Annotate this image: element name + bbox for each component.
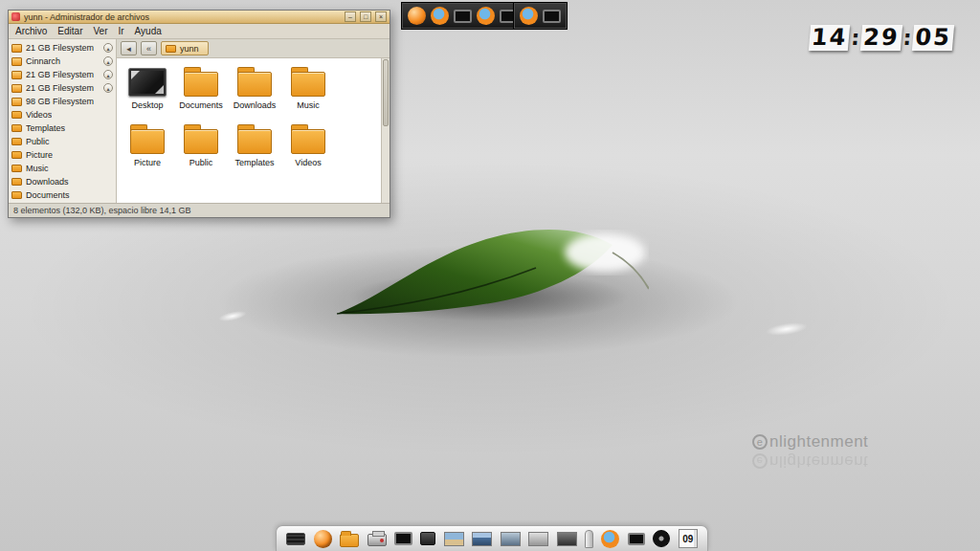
sidebar-item-music[interactable]: Music: [9, 162, 116, 175]
keyboard-icon[interactable]: [286, 533, 305, 545]
statue-icon[interactable]: [585, 530, 593, 548]
sidebar-item-label: 21 GB Filesystem: [26, 70, 94, 79]
collapse-path-button[interactable]: «: [141, 41, 157, 55]
folder-icon: [11, 178, 22, 186]
bottom-dock: 09: [276, 525, 708, 551]
firefox-ball-icon[interactable]: [408, 7, 426, 25]
enlightenment-logo-icon: e: [752, 453, 768, 469]
file-item-videos[interactable]: Videos: [281, 123, 335, 167]
sidebar-item-label: Picture: [26, 150, 53, 160]
menu-ver[interactable]: Ver: [93, 26, 107, 36]
file-item-templates[interactable]: Templates: [228, 123, 281, 167]
path-label: yunn: [180, 44, 199, 54]
sidebar-item-public[interactable]: Public: [9, 135, 116, 148]
file-label: Public: [189, 158, 213, 167]
sidebar-item-label: Documents: [26, 190, 70, 200]
monitor-icon[interactable]: [394, 532, 412, 545]
sidebar-item-templates[interactable]: Templates: [9, 121, 116, 135]
back-button[interactable]: ◂: [121, 41, 137, 55]
menubar: Archivo Editar Ver Ir Ayuda: [9, 24, 390, 39]
sidebar-item-filesystem[interactable]: 98 GB Filesystem: [9, 95, 116, 108]
file-item-picture[interactable]: Picture: [121, 123, 174, 167]
firefox-ball-icon[interactable]: [314, 530, 332, 548]
firefox-icon[interactable]: [431, 7, 449, 25]
clock-minutes: 29: [860, 25, 902, 51]
file-item-documents[interactable]: Documents: [174, 66, 228, 110]
sidebar-item-filesystem[interactable]: 21 GB Filesystem ▴: [9, 68, 116, 81]
monitor-icon[interactable]: [543, 10, 561, 23]
firefox-icon[interactable]: [520, 7, 538, 25]
drive-icon: [11, 84, 22, 93]
vinyl-record-icon[interactable]: [653, 530, 670, 547]
file-label: Picture: [134, 158, 161, 167]
ibox-pager-1: [401, 2, 524, 30]
file-label: Desktop: [131, 100, 163, 110]
feather-image: [333, 220, 649, 324]
file-item-public[interactable]: Public: [174, 123, 228, 167]
menu-ir[interactable]: Ir: [119, 26, 124, 36]
sidebar-item-cinnarch[interactable]: Cinnarch ▴: [9, 55, 116, 68]
sidebar-item-label: Videos: [26, 110, 52, 120]
file-item-desktop[interactable]: Desktop: [121, 66, 174, 110]
folder-icon: [11, 111, 22, 119]
folder-icon[interactable]: [340, 534, 359, 547]
enlightenment-logo-icon: e: [752, 434, 768, 450]
photo-thumbnail-icon[interactable]: [472, 532, 492, 546]
photo-thumbnail-icon[interactable]: [444, 532, 464, 546]
vertical-scrollbar[interactable]: [381, 58, 390, 203]
titlebar[interactable]: yunn - Administrador de archivos – □ ×: [9, 11, 390, 24]
toolbar: ◂ « yunn: [117, 39, 390, 58]
photo-thumbnail-icon[interactable]: [557, 532, 577, 546]
printer-icon[interactable]: [368, 534, 387, 546]
enlightenment-watermark-reflection: e nlightenment: [752, 452, 868, 471]
sidebar-item-filesystem[interactable]: 21 GB Filesystem ▴: [9, 81, 116, 95]
drive-icon: [11, 98, 22, 106]
sidebar-item-picture[interactable]: Picture: [9, 148, 116, 162]
close-button[interactable]: ×: [375, 11, 387, 22]
eject-icon[interactable]: ▴: [103, 43, 113, 53]
scrollbar-thumb[interactable]: [383, 59, 389, 126]
drive-icon: [11, 44, 22, 53]
screen-icon[interactable]: [628, 533, 645, 545]
folder-icon: [11, 124, 22, 132]
sidebar-item-label: Public: [26, 137, 50, 146]
eject-icon[interactable]: ▴: [103, 83, 113, 93]
folder-icon: [166, 45, 176, 53]
sidebar-item-label: 21 GB Filesystem: [26, 83, 94, 93]
drive-icon: [11, 57, 22, 66]
status-text: 8 elementos (132,0 KB), espacio libre 14…: [13, 206, 191, 215]
file-label: Templates: [234, 158, 274, 167]
sidebar-item-documents[interactable]: Documents: [9, 188, 116, 202]
file-manager-window: yunn - Administrador de archivos – □ × A…: [8, 10, 390, 218]
folder-icon: [11, 191, 22, 199]
sidebar-item-filesystem[interactable]: 21 GB Filesystem ▴: [9, 41, 116, 55]
minimize-button[interactable]: –: [345, 11, 356, 22]
monitor-icon[interactable]: [454, 10, 472, 23]
maximize-button[interactable]: □: [360, 11, 371, 22]
menu-archivo[interactable]: Archivo: [15, 26, 47, 36]
sidebar-item-downloads[interactable]: Downloads: [9, 175, 116, 188]
dark-app-icon[interactable]: [420, 532, 435, 545]
file-label: Downloads: [234, 100, 277, 110]
eject-icon[interactable]: ▴: [103, 70, 113, 79]
calendar-icon[interactable]: 09: [679, 529, 698, 548]
sidebar-item-videos[interactable]: Videos: [9, 108, 116, 121]
folder-icon: [184, 72, 218, 97]
file-item-downloads[interactable]: Downloads: [228, 66, 281, 110]
clock-seconds: 05: [912, 25, 954, 51]
folder-icon: [237, 72, 272, 97]
firefox-icon[interactable]: [601, 530, 619, 548]
photo-thumbnail-icon[interactable]: [501, 532, 521, 546]
file-label: Videos: [295, 158, 321, 167]
photo-thumbnail-icon[interactable]: [528, 532, 548, 546]
file-label: Documents: [179, 100, 223, 110]
file-icon-view[interactable]: Desktop Documents Downloads: [117, 58, 381, 203]
firefox-icon[interactable]: [477, 7, 495, 25]
file-item-music[interactable]: Music: [281, 66, 335, 110]
menu-editar[interactable]: Editar: [57, 26, 82, 36]
eject-icon[interactable]: ▴: [103, 56, 113, 66]
folder-icon: [291, 72, 325, 97]
path-button[interactable]: yunn: [161, 41, 209, 55]
sidebar-item-label: Downloads: [26, 177, 69, 187]
menu-ayuda[interactable]: Ayuda: [135, 26, 162, 36]
